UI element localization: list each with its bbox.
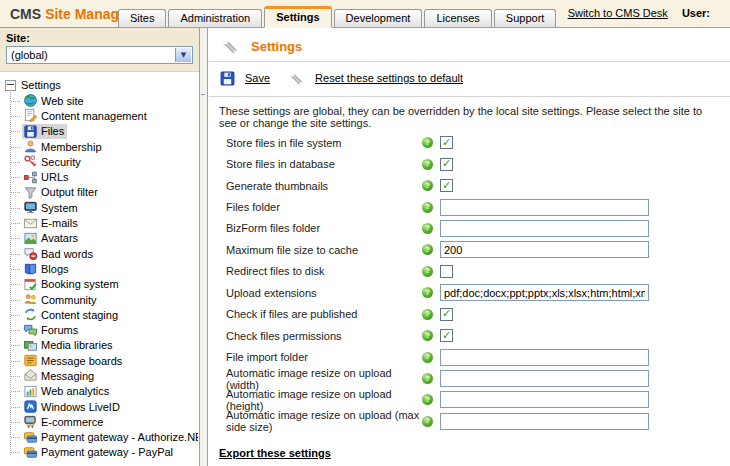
tab-development[interactable]: Development xyxy=(334,9,423,28)
input-upload-extensions[interactable] xyxy=(440,284,649,301)
chart-icon xyxy=(23,384,38,399)
tree-item-label: Message boards xyxy=(41,355,122,367)
tree-root-settings[interactable]: Settings xyxy=(0,77,198,93)
sidebar-item-media-libraries[interactable]: Media libraries xyxy=(0,338,198,353)
help-icon[interactable] xyxy=(422,137,433,148)
tab-support[interactable]: Support xyxy=(494,9,557,28)
sidebar-item-blogs[interactable]: Blogs xyxy=(0,261,198,276)
tree-item-label: Output filter xyxy=(41,186,98,198)
splitter-handle[interactable] xyxy=(201,94,205,95)
sidebar-item-payment-gateway-paypal[interactable]: Payment gateway - PayPal xyxy=(0,445,198,460)
checkbox-check-if-files-are-published[interactable] xyxy=(440,308,453,321)
help-icon[interactable] xyxy=(422,266,433,277)
help-icon[interactable] xyxy=(422,394,433,405)
sidebar-item-output-filter[interactable]: Output filter xyxy=(0,185,198,200)
sidebar-item-windows-liveid[interactable]: Windows LiveID xyxy=(0,399,198,414)
user-icon xyxy=(23,139,38,154)
checkbox-redirect-files-to-disk[interactable] xyxy=(440,265,453,278)
help-icon[interactable] xyxy=(422,223,433,234)
reset-label: Reset these settings to default xyxy=(315,72,463,84)
save-button[interactable]: Save xyxy=(219,70,270,87)
sidebar-item-urls[interactable]: URLs xyxy=(0,169,198,184)
ecommerce-icon xyxy=(23,414,38,429)
sidebar-item-web-analytics[interactable]: Web analytics xyxy=(0,384,198,399)
export-settings-link[interactable]: Export these settings xyxy=(219,447,331,459)
settings-form: Store files in file systemStore files in… xyxy=(209,132,730,432)
checkbox-store-files-in-database[interactable] xyxy=(440,158,453,171)
help-icon[interactable] xyxy=(422,330,433,341)
sidebar-item-booking-system[interactable]: Booking system xyxy=(0,277,198,292)
form-row: File import folder xyxy=(209,346,730,367)
reset-settings-button[interactable]: Reset these settings to default xyxy=(289,70,463,87)
help-icon[interactable] xyxy=(422,244,433,255)
main-tab-bar: SitesAdministrationSettingsDevelopmentLi… xyxy=(118,6,556,28)
divider xyxy=(209,96,730,97)
sidebar-item-membership[interactable]: Membership xyxy=(0,139,198,154)
site-label: Site: xyxy=(6,32,193,44)
form-row: Check files permissions xyxy=(209,325,730,346)
input-automatic-image-resize-on-upload-max-side-size-[interactable] xyxy=(440,413,649,430)
input-automatic-image-resize-on-upload-height-[interactable] xyxy=(440,391,649,408)
help-icon[interactable] xyxy=(422,180,433,191)
sidebar-item-web-site[interactable]: Web site xyxy=(0,93,198,108)
tab-settings[interactable]: Settings xyxy=(264,6,331,28)
divider xyxy=(209,61,730,62)
sidebar-splitter[interactable] xyxy=(200,28,208,466)
checkbox-check-files-permissions[interactable] xyxy=(440,329,453,342)
sidebar-item-content-management[interactable]: Content management xyxy=(0,108,198,123)
tree-item-label: Files xyxy=(41,125,64,137)
help-icon[interactable] xyxy=(422,309,433,320)
sidebar-item-e-commerce[interactable]: E-commerce xyxy=(0,414,198,429)
collapse-expander-icon[interactable] xyxy=(5,80,16,91)
sidebar-item-message-boards[interactable]: Message boards xyxy=(0,353,198,368)
dropdown-arrow-icon[interactable] xyxy=(175,48,191,62)
input-bizform-files-folder[interactable] xyxy=(440,220,649,237)
sidebar-item-avatars[interactable]: Avatars xyxy=(0,231,198,246)
sidebar-item-system[interactable]: System xyxy=(0,200,198,215)
sidebar-item-files[interactable]: Files xyxy=(0,124,198,139)
sidebar-item-e-mails[interactable]: E-mails xyxy=(0,215,198,230)
form-row: Upload extensions xyxy=(209,282,730,303)
tab-sites[interactable]: Sites xyxy=(118,9,166,28)
switch-to-cms-desk-link[interactable]: Switch to CMS Desk xyxy=(568,7,668,19)
people-icon xyxy=(23,292,38,307)
floppy-icon xyxy=(23,124,38,139)
form-row: Redirect files to disk xyxy=(209,261,730,282)
input-files-folder[interactable] xyxy=(440,199,649,216)
banned-word-icon xyxy=(23,246,38,261)
sidebar-item-security[interactable]: Security xyxy=(0,154,198,169)
input-maximum-file-size-to-cache[interactable] xyxy=(440,241,649,258)
tree-item-label: Web analytics xyxy=(41,385,109,397)
pinboard-icon xyxy=(23,353,38,368)
header-right: Switch to CMS Desk User: xyxy=(568,7,710,19)
field-label: Files folder xyxy=(226,201,422,213)
help-icon[interactable] xyxy=(422,373,433,384)
input-automatic-image-resize-on-upload-width-[interactable] xyxy=(440,370,649,387)
tab-licenses[interactable]: Licenses xyxy=(424,9,491,28)
input-file-import-folder[interactable] xyxy=(440,349,649,366)
help-icon[interactable] xyxy=(422,159,433,170)
tab-administration[interactable]: Administration xyxy=(168,9,262,28)
help-icon[interactable] xyxy=(422,287,433,298)
help-icon[interactable] xyxy=(422,352,433,363)
help-icon[interactable] xyxy=(422,416,433,427)
page-title: Settings xyxy=(251,39,302,54)
tree-root-label: Settings xyxy=(21,79,61,91)
sidebar-item-payment-gateway-authorize-net[interactable]: Payment gateway - Authorize.NET xyxy=(0,430,198,445)
user-label: User: xyxy=(682,7,710,19)
payment-card-icon xyxy=(23,445,38,460)
sidebar-item-bad-words[interactable]: Bad words xyxy=(0,246,198,261)
tree-item-label: E-commerce xyxy=(41,416,103,428)
sidebar-item-content-staging[interactable]: Content staging xyxy=(0,307,198,322)
field-label: Check if files are published xyxy=(226,308,422,320)
form-row: BizForm files folder xyxy=(209,218,730,239)
sidebar-item-messaging[interactable]: Messaging xyxy=(0,368,198,383)
checkbox-generate-thumbnails[interactable] xyxy=(440,179,453,192)
tree-item-label: Security xyxy=(41,156,81,168)
checkbox-store-files-in-file-system[interactable] xyxy=(440,136,453,149)
help-icon[interactable] xyxy=(422,202,433,213)
sidebar-item-community[interactable]: Community xyxy=(0,292,198,307)
sidebar-item-forums[interactable]: Forums xyxy=(0,322,198,337)
site-select[interactable]: (global) xyxy=(6,46,193,64)
form-row: Store files in database xyxy=(209,153,730,174)
